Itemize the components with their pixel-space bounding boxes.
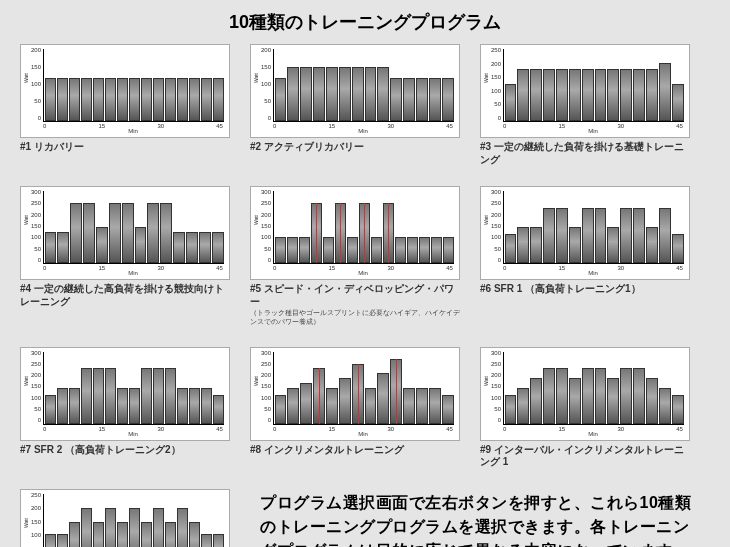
marker-line [319,368,320,423]
bar [275,395,287,424]
bar [213,395,224,424]
chart-box: Watt2001501005000153045Min [250,44,460,138]
program-cell: Watt3002502001501005000153045Min#5 スピード・… [250,186,460,327]
bar [371,237,382,263]
x-axis-label: Min [273,431,453,437]
bar [45,78,56,121]
program-cell: Watt3002502001501005000153045Min#7 SFR 2… [20,347,230,469]
bar [646,227,658,263]
bar [45,232,57,263]
bar [96,227,108,263]
bar [105,78,116,121]
y-ticks: 250200150100500 [489,47,501,121]
bar [189,388,200,424]
chart-box: Watt3002502001501005000153045Min [20,186,230,280]
chart-area [43,49,224,122]
chart-caption: #2 アクティブリカバリー [250,141,460,154]
bar [672,234,684,263]
bar [122,203,134,263]
bar [646,378,658,424]
bar [165,78,176,121]
bar [530,378,542,424]
chart-box: Watt2502001501005000153045Min [20,489,230,548]
bar [582,208,594,263]
bar [442,395,454,424]
chart-area [503,49,684,122]
bar [141,522,152,547]
bar [569,69,581,121]
bar [633,368,645,423]
bar [275,237,286,263]
bar [365,67,377,121]
bar [57,388,68,424]
bar [135,227,147,263]
bar [339,378,351,424]
bar [607,378,619,424]
bar [45,534,56,547]
bar [199,232,211,263]
bar [517,227,529,263]
program-cell: Watt2001501005000153045Min#2 アクティブリカバリー [250,44,460,166]
bar [201,534,212,547]
chart-caption-sub: （トラック種目やゴールスプリントに必要なハイギア、ハイケイデンスでのパワー養成） [250,309,460,327]
bar [390,78,402,121]
bar [213,78,224,121]
bar [81,78,92,121]
x-axis-label: Min [503,270,683,276]
bar [556,368,568,423]
bar [347,237,358,263]
bar [81,368,92,423]
bar [287,67,299,121]
bar [93,78,104,121]
chart-area [43,191,224,264]
bar [607,69,619,121]
bar [431,237,442,263]
bar [173,232,185,263]
program-cell: Watt3002502001501005000153045Min#6 SFR 1… [480,186,690,327]
bar [443,237,454,263]
marker-line [364,203,365,263]
bar [141,368,152,423]
chart-area [503,352,684,425]
y-ticks: 300250200150100500 [259,189,271,263]
bar [543,368,555,423]
bar [659,208,671,263]
x-axis-label: Min [503,431,683,437]
bar [419,237,430,263]
bar [556,69,568,121]
bar [299,237,310,263]
bar [177,78,188,121]
bar [201,388,212,424]
bar [287,237,298,263]
bar [365,388,377,424]
bar [117,388,128,424]
bar [275,78,287,121]
bar [595,208,607,263]
bar [646,69,658,121]
bar [141,78,152,121]
bar [403,388,415,424]
bar [416,388,428,424]
bar [165,522,176,547]
y-ticks: 200150100500 [29,47,41,121]
bar [189,78,200,121]
bar [70,203,82,263]
chart-caption: #7 SFR 2 （高負荷トレーニング2） [20,444,230,457]
program-cell: Watt2502001501005000153045Min#10 インターバル・… [20,489,230,548]
bar [287,388,299,424]
program-cell: Watt3002502001501005000153045Min#9 インターバ… [480,347,690,469]
bar [326,388,338,424]
bar [530,69,542,121]
bar [117,78,128,121]
page-container: 10種類のトレーニングプログラム Watt2001501005000153045… [0,0,730,547]
bar [69,78,80,121]
bar [505,234,517,263]
bar [93,522,104,547]
bar [81,508,92,547]
bar [186,232,198,263]
chart-box: Watt3002502001501005000153045Min [250,347,460,441]
bar [69,522,80,547]
chart-caption: #5 スピード・イン・ディベロッピング・パワー（トラック種目やゴールスプリントに… [250,283,460,327]
bar [105,508,116,547]
bar [153,508,164,547]
